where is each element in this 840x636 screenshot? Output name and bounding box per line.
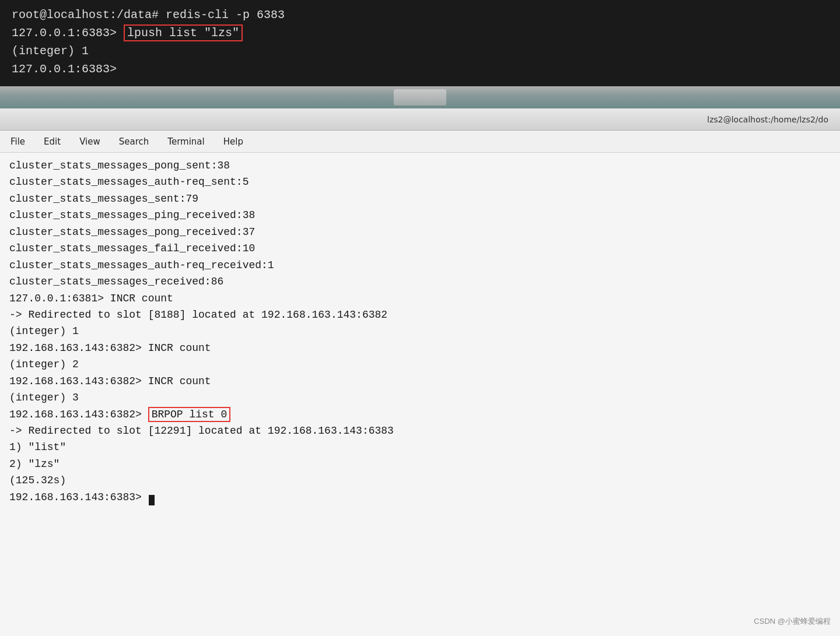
menu-file[interactable]: File: [8, 135, 27, 148]
b-line-1: cluster_stats_messages_pong_sent:38: [9, 157, 831, 174]
b-line-9: 127.0.0.1:6381> INCR count: [9, 290, 831, 307]
b-prompt-16: 192.168.163.143:6382>: [9, 409, 148, 420]
b-line-17: -> Redirected to slot [12291] located at…: [9, 423, 831, 439]
menu-view[interactable]: View: [77, 135, 103, 148]
terminal-cursor: [149, 495, 155, 505]
top-line-4: 127.0.0.1:6383>: [12, 60, 828, 78]
menu-search[interactable]: Search: [117, 135, 152, 148]
watermark: CSDN @小蜜蜂爱编程: [754, 616, 831, 627]
bottom-terminal: lzs2@localhost:/home/lzs2/do File Edit V…: [0, 108, 840, 636]
b-line-14: 192.168.163.143:6382> INCR count: [9, 373, 831, 389]
menu-terminal[interactable]: Terminal: [165, 135, 206, 148]
b-line-18: 1) "list": [9, 439, 831, 455]
top-prompt-1: 127.0.0.1:6383>: [12, 26, 124, 40]
top-terminal: root@localhost:/data# redis-cli -p 6383 …: [0, 0, 840, 86]
b-line-20: (125.32s): [9, 472, 831, 489]
title-bar: lzs2@localhost:/home/lzs2/do: [0, 108, 840, 131]
menu-edit[interactable]: Edit: [41, 135, 63, 148]
window-title: lzs2@localhost:/home/lzs2/do: [707, 115, 828, 124]
b-line-6: cluster_stats_messages_fail_received:10: [9, 240, 831, 256]
b-line-11: (integer) 1: [9, 323, 831, 339]
b-line-2: cluster_stats_messages_auth-req_sent:5: [9, 174, 831, 190]
menu-help[interactable]: Help: [221, 135, 246, 148]
top-line-1: root@localhost:/data# redis-cli -p 6383: [12, 6, 828, 24]
top-highlighted-cmd: lpush list "lzs": [124, 24, 243, 41]
b-line-5: cluster_stats_messages_pong_received:37: [9, 224, 831, 240]
divider-handle: [394, 89, 446, 106]
b-line-7: cluster_stats_messages_auth-req_received…: [9, 257, 831, 273]
b-line-16-highlighted: 192.168.163.143:6382> BRPOP list 0: [9, 406, 831, 423]
terminal-content: cluster_stats_messages_pong_sent:38 clus…: [0, 153, 840, 636]
b-line-3: cluster_stats_messages_sent:79: [9, 191, 831, 207]
top-line-3: (integer) 1: [12, 42, 828, 60]
b-line-10: -> Redirected to slot [8188] located at …: [9, 307, 831, 323]
b-line-8: cluster_stats_messages_received:86: [9, 273, 831, 290]
b-line-13: (integer) 2: [9, 356, 831, 373]
menu-bar: File Edit View Search Terminal Help: [0, 131, 840, 153]
b-line-12: 192.168.163.143:6382> INCR count: [9, 340, 831, 356]
b-line-21-cursor: 192.168.163.143:6383>: [9, 489, 831, 505]
top-line-2: 127.0.0.1:6383> lpush list "lzs": [12, 24, 828, 42]
terminal-divider: [0, 86, 840, 108]
b-highlighted-cmd: BRPOP list 0: [148, 407, 231, 422]
b-line-4: cluster_stats_messages_ping_received:38: [9, 207, 831, 223]
b-line-15: (integer) 3: [9, 389, 831, 406]
b-line-19: 2) "lzs": [9, 456, 831, 472]
